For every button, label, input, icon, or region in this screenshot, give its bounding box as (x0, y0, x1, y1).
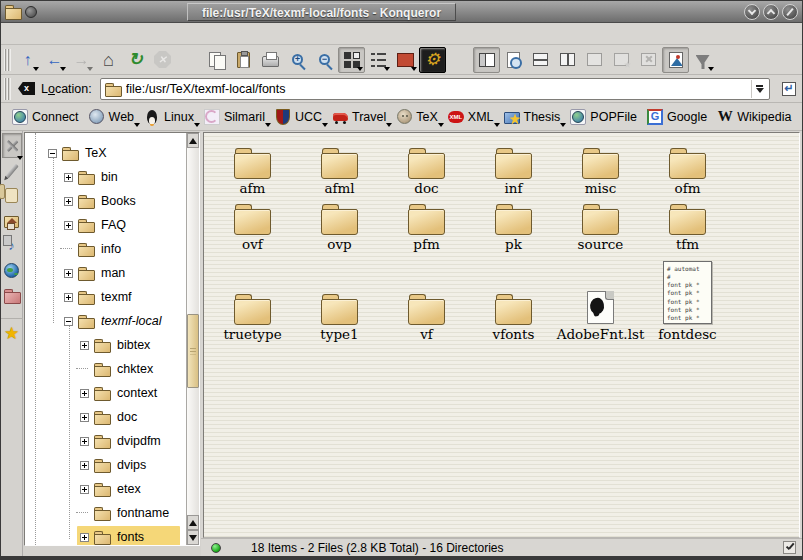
tree-scrollbar[interactable] (186, 133, 199, 545)
maximize-button[interactable] (763, 4, 779, 20)
tree-item-faq[interactable]: FAQ (25, 213, 186, 237)
tree-item-context[interactable]: context (25, 381, 186, 405)
bookmark-silmaril[interactable]: Silmaril (199, 107, 270, 127)
sidebar-bookmarks-button[interactable]: ★ (1, 318, 23, 346)
tree-expander[interactable] (80, 389, 89, 398)
file-view[interactable]: afm afml (203, 132, 800, 538)
file-tfm[interactable]: tfm (644, 196, 731, 252)
bookmark-web[interactable]: Web (84, 107, 139, 127)
sidebar-toggle-button[interactable] (473, 47, 500, 73)
zoom-out-button[interactable]: − (311, 47, 338, 73)
sidebar-history-button[interactable] (2, 183, 22, 208)
tree-expander[interactable] (80, 437, 89, 446)
bookmark-thesis[interactable]: Thesis (499, 107, 566, 127)
cut-button[interactable] (176, 47, 203, 73)
tree-expander[interactable] (64, 317, 73, 326)
tree-item-books[interactable]: Books (25, 189, 186, 213)
filter-button[interactable] (689, 47, 716, 73)
close-tab-button[interactable] (635, 47, 662, 73)
file-afm[interactable]: afm (209, 139, 296, 196)
sidebar-pen-button[interactable] (2, 158, 22, 183)
tree-expander[interactable] (80, 485, 89, 494)
location-input[interactable]: file:/usr/TeX/texmf-local/fonts (100, 78, 770, 100)
icon-view-button[interactable] (338, 47, 365, 73)
sidebar-home-button[interactable] (2, 208, 22, 233)
sidebar-root-button[interactable] (2, 283, 22, 308)
sidebar-services-button[interactable]: ♪ (2, 233, 22, 258)
file-vfonts[interactable]: vfonts (470, 252, 557, 342)
titlebar[interactable]: file:/usr/TeX/texmf-local/fonts - Konque… (1, 1, 802, 23)
scrollbar-thumb[interactable] (187, 314, 199, 388)
zoom-in-button[interactable]: + (284, 47, 311, 73)
bookmark-ucc[interactable]: UCC (270, 107, 327, 127)
file-misc[interactable]: misc (557, 139, 644, 196)
scroll-up-button[interactable] (187, 133, 199, 148)
tree-expander[interactable] (80, 413, 89, 422)
file-ovp[interactable]: ovp (296, 196, 383, 252)
tree-expander[interactable] (64, 293, 73, 302)
forward-button[interactable]: → (68, 47, 95, 73)
tree-item-bibtex[interactable]: bibtex (25, 333, 186, 357)
up-button[interactable]: ↑ (14, 47, 41, 73)
sidebar-config-button[interactable] (2, 133, 22, 158)
tree-expander[interactable] (80, 461, 89, 470)
tree-expander[interactable] (64, 269, 73, 278)
file-pfm[interactable]: pfm (383, 196, 470, 252)
scroll-up-button[interactable] (187, 515, 199, 530)
bookmark-wikipedia[interactable]: W Wikipedia (712, 107, 796, 127)
copy-button[interactable] (203, 47, 230, 73)
file-ovf[interactable]: ovf (209, 196, 296, 252)
bookmark-xml[interactable]: XML XML (443, 107, 499, 127)
location-dropdown-arrow[interactable] (751, 80, 767, 98)
tree-item-fontname[interactable]: fontname (25, 501, 186, 525)
bookmark-popfile[interactable]: POPFile (565, 107, 642, 127)
file-adobefnt-lst[interactable]: AdobeFnt.lst (557, 252, 644, 342)
scroll-down-button[interactable] (187, 530, 199, 545)
stop-button[interactable]: ✕ (149, 47, 176, 73)
tree-expander[interactable] (64, 173, 73, 182)
tree-expander[interactable] (48, 149, 57, 158)
status-check-icon[interactable] (783, 541, 796, 554)
tree-expander[interactable] (80, 533, 89, 542)
tree-expander[interactable] (64, 197, 73, 206)
sticky-button[interactable] (25, 6, 37, 18)
tree-expander[interactable] (80, 365, 89, 374)
bookmark-connect[interactable]: Connect (7, 107, 84, 127)
tree-item-bin[interactable]: bin (25, 165, 186, 189)
split-vertical-button[interactable] (554, 47, 581, 73)
new-tab-button[interactable] (608, 47, 635, 73)
tree-item-man[interactable]: man (25, 261, 186, 285)
tree-item-doc[interactable]: doc (25, 405, 186, 429)
tree-item-texmf[interactable]: texmf (25, 285, 186, 309)
bookmark-toolbar-button[interactable] (392, 47, 419, 73)
go-button[interactable]: ↵ (778, 78, 800, 100)
home-button[interactable]: ⌂ (95, 47, 122, 73)
split-horizontal-button[interactable] (527, 47, 554, 73)
tree-item-dvips[interactable]: dvips (25, 453, 186, 477)
file-truetype[interactable]: truetype (209, 252, 296, 342)
list-view-button[interactable] (365, 47, 392, 73)
paste-button[interactable] (230, 47, 257, 73)
file-afml[interactable]: afml (296, 139, 383, 196)
bookmark-travel[interactable]: Travel (327, 107, 391, 127)
file-pk[interactable]: pk (470, 196, 557, 252)
file-doc[interactable]: doc (383, 139, 470, 196)
file-ofm[interactable]: ofm (644, 139, 731, 196)
close-button[interactable] (782, 4, 798, 20)
clear-location-icon[interactable]: x (18, 82, 35, 95)
print-button[interactable] (257, 47, 284, 73)
tree-item-chktex[interactable]: chktex (25, 357, 186, 381)
tree-item-etex[interactable]: etex (25, 477, 186, 501)
close-view-button[interactable] (581, 47, 608, 73)
bookmark-linux[interactable]: Linux (139, 107, 199, 127)
tree-expander[interactable] (64, 221, 73, 230)
bookmark-google[interactable]: G Google (642, 107, 712, 127)
tree-item-tex[interactable]: TeX (25, 141, 186, 165)
file-vf[interactable]: vf (383, 252, 470, 342)
tree-expander[interactable] (64, 245, 73, 254)
scrollbar-track[interactable] (187, 148, 199, 515)
kde-gear-button[interactable]: ⚙ (419, 47, 446, 73)
image-preview-button[interactable] (662, 47, 689, 73)
tree-item-info[interactable]: info (25, 237, 186, 261)
bookmarks-overflow-chevron[interactable]: » (796, 109, 803, 125)
